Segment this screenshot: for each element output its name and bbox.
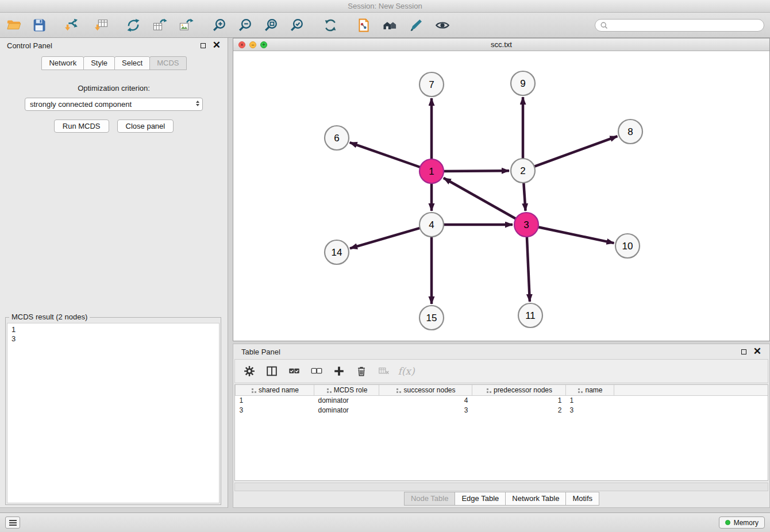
cell[interactable]: 3 xyxy=(379,405,472,415)
tab-style[interactable]: Style xyxy=(83,56,115,70)
show-columns-button[interactable] xyxy=(265,365,278,377)
cell[interactable]: 2 xyxy=(472,405,566,415)
node-table-wrap: shared nameMCDS rolesuccessor nodesprede… xyxy=(234,384,768,481)
save-session-icon xyxy=(31,17,47,33)
search-input[interactable] xyxy=(611,21,759,29)
edge-2-8[interactable] xyxy=(534,136,618,167)
cell[interactable]: 4 xyxy=(379,395,472,405)
cell[interactable]: 1 xyxy=(472,395,566,405)
float-window-icon[interactable] xyxy=(201,43,206,48)
node-14[interactable]: 14 xyxy=(325,240,349,264)
network-exchange-button[interactable] xyxy=(124,16,143,34)
cell[interactable]: dominator xyxy=(314,395,379,405)
select-stepper-icon xyxy=(196,101,199,106)
column-header-name[interactable]: name xyxy=(566,385,614,395)
column-header-predecessor-nodes[interactable]: predecessor nodes xyxy=(472,385,566,395)
mcds-result-list[interactable]: 13 xyxy=(7,323,220,503)
tab-select[interactable]: Select xyxy=(114,56,150,70)
mcds-result-item[interactable]: 1 xyxy=(11,325,215,334)
network-window-titlebar[interactable]: × – + scc.txt xyxy=(233,38,769,51)
traffic-lights: × – + xyxy=(238,41,267,48)
tab-mcds[interactable]: MCDS xyxy=(149,56,186,70)
control-panel-title: Control Panel xyxy=(7,41,52,50)
open-file-button[interactable] xyxy=(5,16,23,34)
float-window-icon[interactable] xyxy=(741,349,746,354)
mcds-result-title: MCDS result (2 nodes) xyxy=(9,313,90,321)
edge-3-1[interactable] xyxy=(444,178,516,219)
column-header-shared-name[interactable]: shared name xyxy=(236,385,314,395)
columns-icon xyxy=(265,365,278,377)
zoom-fit-button[interactable] xyxy=(262,16,280,34)
table-row[interactable]: 3dominator323 xyxy=(236,405,768,415)
table-options-button[interactable] xyxy=(243,365,256,377)
select-all-button[interactable] xyxy=(288,365,301,377)
zoom-in-button[interactable] xyxy=(210,16,229,34)
edge-1-2[interactable] xyxy=(444,171,509,171)
node-4[interactable]: 4 xyxy=(419,213,444,237)
edge-1-6[interactable] xyxy=(350,142,421,167)
network-from-selection-button[interactable] xyxy=(355,16,373,34)
tab-network[interactable]: Network xyxy=(41,56,84,70)
zoom-out-button[interactable] xyxy=(236,16,255,34)
minimize-window-icon[interactable]: – xyxy=(249,41,256,48)
cell[interactable]: 1 xyxy=(566,395,614,405)
table-row[interactable]: 1dominator411 xyxy=(236,395,768,405)
network-canvas[interactable]: 7968124314101511 xyxy=(233,51,769,341)
tab-node-table[interactable]: Node Table xyxy=(404,492,456,506)
criterion-select[interactable]: strongly connected component xyxy=(25,98,203,111)
home-layout-button[interactable] xyxy=(380,16,399,34)
cell[interactable]: 3 xyxy=(236,405,314,415)
horizontal-scrollbar[interactable] xyxy=(234,483,768,491)
delete-table-button[interactable] xyxy=(378,365,390,377)
cell[interactable]: 3 xyxy=(566,405,614,415)
search-box[interactable] xyxy=(595,19,764,32)
save-session-button[interactable] xyxy=(30,16,48,34)
delete-column-button[interactable] xyxy=(355,365,368,377)
close-panel-button[interactable]: Close panel xyxy=(117,119,174,133)
edge-3-10[interactable] xyxy=(538,227,614,243)
node-1[interactable]: 1 xyxy=(419,159,444,183)
column-header-successor-nodes[interactable]: successor nodes xyxy=(379,385,472,395)
apply-style-button[interactable] xyxy=(407,16,425,34)
tab-network-table[interactable]: Network Table xyxy=(505,492,566,506)
panel-menu-button[interactable] xyxy=(5,516,20,529)
node-7[interactable]: 7 xyxy=(419,72,444,97)
add-column-button[interactable] xyxy=(333,365,345,377)
show-hide-button[interactable] xyxy=(433,16,452,34)
edge-3-11[interactable] xyxy=(527,237,530,302)
close-panel-icon[interactable]: ✕ xyxy=(213,43,221,48)
deselect-all-button[interactable] xyxy=(310,365,323,377)
node-10[interactable]: 10 xyxy=(615,234,640,258)
mcds-result-item[interactable]: 3 xyxy=(11,334,215,344)
column-header-mcds-role[interactable]: MCDS role xyxy=(314,385,379,395)
close-panel-icon[interactable]: ✕ xyxy=(753,349,761,354)
window-titlebar[interactable]: Session: New Session xyxy=(0,0,770,13)
cell[interactable]: 1 xyxy=(236,395,314,405)
zoom-selected-button[interactable] xyxy=(288,16,306,34)
close-window-icon[interactable]: × xyxy=(238,41,245,48)
column-type-icon xyxy=(396,388,398,390)
function-builder-button[interactable]: f(x) xyxy=(400,365,413,377)
node-9[interactable]: 9 xyxy=(511,71,535,95)
node-3[interactable]: 3 xyxy=(514,213,538,237)
plus-icon xyxy=(333,365,345,377)
maximize-window-icon[interactable]: + xyxy=(260,41,267,48)
export-table-button[interactable] xyxy=(151,16,169,34)
import-network-from-file-button[interactable] xyxy=(62,16,80,34)
import-table-from-file-button[interactable] xyxy=(92,16,110,34)
edge-4-14[interactable] xyxy=(350,228,420,248)
network-graph[interactable]: 7968124314101511 xyxy=(233,51,769,341)
node-8[interactable]: 8 xyxy=(618,119,642,144)
run-mcds-button[interactable]: Run MCDS xyxy=(54,119,109,133)
node-2[interactable]: 2 xyxy=(511,159,535,183)
tab-edge-table[interactable]: Edge Table xyxy=(455,492,506,506)
node-11[interactable]: 11 xyxy=(518,303,542,327)
node-6[interactable]: 6 xyxy=(325,126,349,150)
tab-motifs[interactable]: Motifs xyxy=(565,492,599,506)
cell[interactable]: dominator xyxy=(314,405,379,415)
export-image-button[interactable] xyxy=(177,16,195,34)
memory-button[interactable]: Memory xyxy=(719,516,765,529)
node-15[interactable]: 15 xyxy=(419,306,444,330)
edge-2-3[interactable] xyxy=(523,183,525,211)
refresh-view-button[interactable] xyxy=(321,16,340,34)
